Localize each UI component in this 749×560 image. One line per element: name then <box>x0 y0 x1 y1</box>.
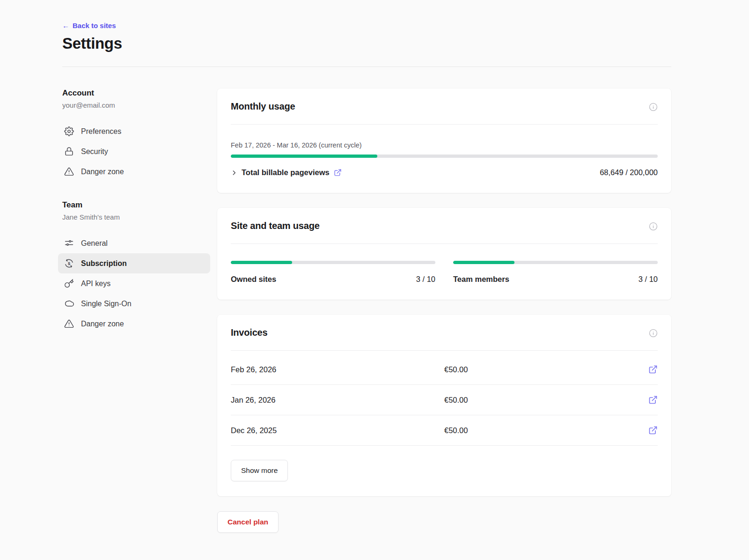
team-members-progress-fill <box>453 261 514 264</box>
owned-sites-value: 3 / 10 <box>416 275 435 284</box>
sidebar-item-label: API keys <box>81 280 110 288</box>
invoice-row: Jan 26, 2026 €50.00 <box>231 385 658 415</box>
settings-page: ← Back to sites Settings Account your@em… <box>0 0 749 560</box>
invoice-date: Dec 26, 2025 <box>231 426 444 435</box>
site-team-usage-title: Site and team usage <box>231 221 320 231</box>
sidebar-item-label: Subscription <box>81 259 127 268</box>
sidebar-item-label: General <box>81 239 108 248</box>
billable-pageviews-label[interactable]: Total billable pageviews <box>242 168 330 177</box>
back-arrow-icon: ← <box>62 22 69 29</box>
sidebar-item-security[interactable]: Security <box>58 141 210 162</box>
sidebar-item-team-danger-zone[interactable]: Danger zone <box>58 314 210 334</box>
sidebar-item-api-keys[interactable]: API keys <box>58 273 210 294</box>
invoice-amount: €50.00 <box>444 365 648 374</box>
team-section: Team Jane Smith's team General $ Subscri… <box>62 200 206 334</box>
team-name: Jane Smith's team <box>62 213 206 221</box>
owned-sites-progress-track <box>231 261 435 264</box>
sidebar-item-label: Security <box>81 147 108 156</box>
info-icon[interactable] <box>649 222 658 231</box>
show-more-button[interactable]: Show more <box>231 460 288 481</box>
account-section: Account your@email.com Preferences Secur… <box>62 88 206 182</box>
pageviews-usage-value: 68,649 / 200,000 <box>600 168 658 177</box>
sidebar-item-label: Danger zone <box>81 320 124 328</box>
team-members-progress-track <box>453 261 658 264</box>
external-link-icon[interactable] <box>648 395 658 405</box>
svg-text:$: $ <box>68 261 70 266</box>
team-members-label: Team members <box>453 275 509 284</box>
cloud-icon <box>64 299 74 309</box>
external-link-icon[interactable] <box>334 169 342 177</box>
team-members-meter: Team members 3 / 10 <box>453 261 658 284</box>
external-link-icon[interactable] <box>648 365 658 374</box>
warning-triangle-icon <box>64 319 74 329</box>
pageviews-progress-track <box>231 155 658 158</box>
sidebar-item-label: Single Sign-On <box>81 300 132 308</box>
owned-sites-meter: Owned sites 3 / 10 <box>231 261 435 284</box>
invoices-title: Invoices <box>231 327 267 338</box>
info-icon[interactable] <box>649 103 658 111</box>
back-to-sites-link[interactable]: ← Back to sites <box>62 22 116 29</box>
info-icon[interactable] <box>649 329 658 338</box>
invoice-row: Feb 26, 2026 €50.00 <box>231 354 658 385</box>
monthly-usage-title: Monthly usage <box>231 101 295 112</box>
site-team-usage-card: Site and team usage Owned sites <box>217 208 671 300</box>
invoice-date: Feb 26, 2026 <box>231 365 444 374</box>
invoice-amount: €50.00 <box>444 426 648 435</box>
key-icon <box>64 279 74 288</box>
lock-icon <box>64 147 74 156</box>
settings-sidebar: Account your@email.com Preferences Secur… <box>62 88 206 533</box>
sidebar-item-subscription[interactable]: $ Subscription <box>58 253 210 273</box>
sidebar-item-single-sign-on[interactable]: Single Sign-On <box>58 294 210 314</box>
cancel-plan-button[interactable]: Cancel plan <box>217 511 279 533</box>
sidebar-item-preferences[interactable]: Preferences <box>58 121 210 141</box>
back-link-label: Back to sites <box>73 22 116 29</box>
sidebar-item-label: Preferences <box>81 127 121 136</box>
gear-icon <box>64 126 74 136</box>
owned-sites-label: Owned sites <box>231 275 276 284</box>
account-heading: Account <box>62 88 206 98</box>
invoice-row: Dec 26, 2025 €50.00 <box>231 415 658 446</box>
invoice-date: Jan 26, 2026 <box>231 396 444 405</box>
invoices-card: Invoices Feb 26, 2026 €50.00 <box>217 315 671 496</box>
account-email: your@email.com <box>62 101 206 109</box>
page-title: Settings <box>62 35 671 52</box>
sliders-icon <box>64 238 74 248</box>
chevron-right-icon[interactable] <box>231 169 237 176</box>
dollar-refresh-icon: $ <box>64 258 74 268</box>
warning-triangle-icon <box>64 167 74 177</box>
sidebar-item-general[interactable]: General <box>58 233 210 253</box>
settings-main: Monthly usage Feb 17, 2026 - Mar 16, 202… <box>217 88 671 533</box>
pageviews-progress-fill <box>231 155 377 158</box>
team-heading: Team <box>62 200 206 210</box>
monthly-usage-card: Monthly usage Feb 17, 2026 - Mar 16, 202… <box>217 88 671 193</box>
invoice-amount: €50.00 <box>444 396 648 405</box>
owned-sites-progress-fill <box>231 261 292 264</box>
header-divider <box>62 66 671 67</box>
sidebar-item-label: Danger zone <box>81 168 124 176</box>
team-members-value: 3 / 10 <box>639 275 658 284</box>
billing-cycle-label: Feb 17, 2026 - Mar 16, 2026 (current cyc… <box>231 141 658 149</box>
sidebar-item-account-danger-zone[interactable]: Danger zone <box>58 162 210 182</box>
external-link-icon[interactable] <box>648 426 658 435</box>
